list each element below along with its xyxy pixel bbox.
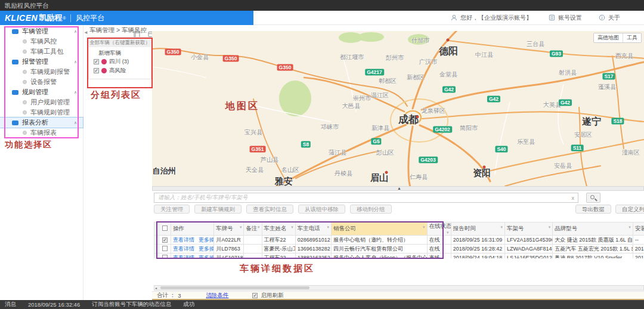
group-root-node[interactable]: 新增车辆 (89, 49, 151, 57)
sidebar-item-车辆风控[interactable]: 车辆风控 (0, 36, 83, 47)
chevron-up-icon[interactable]: ∧ (74, 60, 77, 64)
column-header-车牌号[interactable]: 车牌号▾ (214, 223, 244, 236)
column-label: 车架号 (507, 225, 524, 231)
sidebar-item-规则管理[interactable]: 规则管理∧ (0, 87, 83, 97)
sidebar-item-设备报警[interactable]: 设备报警 (0, 77, 83, 87)
column-header-安装[interactable]: 安装 (633, 223, 644, 236)
column-header-备注[interactable]: 备注▾ (244, 223, 262, 236)
button-查看实时信息[interactable]: 查看实时信息 (246, 205, 293, 214)
map-county-label: 金堂县 (439, 70, 457, 79)
table-toolbar-right: 导出数据自定义列 (575, 205, 644, 214)
column-header-车架号[interactable]: 车架号▾ (504, 223, 552, 236)
auto-refresh-checkbox[interactable]: ✓ (252, 293, 258, 298)
filter-icon[interactable]: ▾ (291, 225, 293, 230)
group-item-高风险[interactable]: ✓高风险 (89, 66, 151, 75)
sidebar-item-车辆规则管理[interactable]: 车辆规则管理 (0, 107, 83, 118)
sidebar-item-车辆管理[interactable]: 车辆管理∧ (0, 26, 83, 36)
map-county-label: 新津县 (371, 124, 389, 132)
button-导出数据[interactable]: 导出数据 (575, 205, 611, 214)
group-checkbox[interactable]: ✓ (94, 59, 99, 64)
row-actions: 查看详情更多操作 (171, 245, 214, 254)
chevron-up-icon[interactable]: ∧ (74, 29, 77, 34)
column-header-报告时间[interactable]: 报告时间▾ (451, 223, 504, 236)
sidebar-collapse-icon[interactable]: ◄ (83, 30, 88, 35)
filter-icon[interactable]: ▾ (549, 225, 551, 230)
table-row: 查看详情更多操作川AF10718工程车2213882163252服务中心个人客户… (154, 254, 644, 259)
button-新建车辆规则[interactable]: 新建车辆规则 (194, 205, 242, 214)
button-关注管理[interactable]: 关注管理 (154, 205, 190, 214)
action-link-查看详情[interactable]: 查看详情 (173, 255, 194, 259)
sidebar-item-报警管理[interactable]: 报警管理∧ (0, 57, 83, 67)
sidebar-item-label: 用户规则管理 (30, 98, 70, 107)
scrollbar-thumb[interactable] (160, 286, 309, 289)
action-link-更多操作[interactable]: 更多操作 (199, 255, 214, 259)
action-link-查看详情[interactable]: 查看详情 (173, 246, 194, 252)
table-cell: LSJA16E35DG012583 (504, 254, 552, 259)
filter-icon[interactable]: ▾ (327, 225, 329, 230)
filter-icon[interactable]: ▾ (500, 225, 503, 230)
map-controls: 高德地图工具 (593, 33, 642, 43)
column-header-品牌型号[interactable]: 品牌型号▾ (553, 223, 633, 236)
column-header-操作[interactable]: 操作 (171, 223, 214, 236)
row-checkbox[interactable] (162, 255, 168, 259)
action-link-查看详情[interactable]: 查看详情 (173, 237, 194, 243)
row-checkbox[interactable]: ✓ (162, 237, 168, 243)
scroll-left-icon[interactable]: ◂ (155, 286, 157, 291)
map-county-label: 名山区 (281, 166, 299, 174)
row-checkbox[interactable] (162, 246, 168, 251)
filter-icon[interactable]: ▾ (423, 225, 425, 230)
action-link-更多操作[interactable]: 更多操作 (199, 246, 214, 252)
sidebar-item-报表分析[interactable]: 报表分析∧ (0, 118, 83, 128)
row-gutter (154, 223, 159, 236)
search-button[interactable] (586, 193, 600, 203)
group-panel-header[interactable]: 全部车辆（右键重新获取） (89, 38, 151, 47)
sidebar-item-车辆报表[interactable]: 车辆报表 (0, 128, 83, 138)
filter-icon[interactable]: ▾ (447, 230, 449, 235)
sidebar-item-label: 车辆规则管理 (30, 108, 70, 117)
map-city-label: 成都 (398, 113, 419, 126)
map-county-label: 射洪县 (559, 69, 577, 77)
table-horizontal-scrollbar[interactable]: ◂ (154, 285, 644, 291)
vehicle-report-icon (23, 131, 27, 135)
sidebar-item-车辆工具包[interactable]: 车辆工具包 (0, 47, 83, 57)
action-link-更多操作[interactable]: 更多操作 (199, 237, 214, 243)
search-clear-icon[interactable]: x (568, 195, 578, 201)
sidebar-item-label: 车辆管理 (22, 27, 48, 36)
map-control-高德地图[interactable]: 高德地图 (594, 33, 623, 42)
group-checkbox[interactable]: ✓ (94, 68, 99, 73)
account-greeting[interactable]: 您好，【企业版演示账号】 (451, 14, 532, 22)
chevron-up-icon[interactable]: ∧ (74, 120, 77, 125)
annotation-map-area: 地图区 (225, 100, 259, 113)
vehicle-search-input[interactable]: 请输入：姓名/手机号/车牌号/车架号 x (154, 193, 578, 203)
select-all-checkbox[interactable] (162, 225, 168, 231)
column-header-在线状态[interactable]: 在线状态▾ (427, 223, 451, 236)
button-自定义列[interactable]: 自定义列 (615, 205, 644, 214)
map-county-label: 小金县 (191, 53, 209, 61)
filter-icon[interactable]: ▾ (240, 225, 242, 230)
table-cell: 川LD7863 (214, 245, 244, 254)
total-count: 3 (178, 292, 181, 299)
table-cell: -- (633, 236, 644, 245)
group-item-四川 (3)[interactable]: ✓四川 (3) (89, 57, 151, 66)
map-county-label: 蒲江县 (329, 149, 346, 157)
sidebar-item-车辆规则报警[interactable]: 车辆规则报警 (0, 67, 83, 77)
clear-filters-link[interactable]: 清除条件 (206, 292, 228, 299)
table-row: ✓查看详情更多操作川A022LR工程车2202868951012服务中心电销（邀… (154, 236, 644, 245)
sidebar-item-label: 车辆规则报警 (30, 67, 70, 76)
button-移动到分组[interactable]: 移动到分组 (350, 205, 392, 214)
column-header-销售公司[interactable]: 销售公司▾ (331, 223, 427, 236)
account-settings-button[interactable]: 账号设置 (549, 14, 582, 22)
column-header-车主电话[interactable]: 车主电话▾ (295, 223, 331, 236)
map-control-工具[interactable]: 工具 (623, 33, 641, 42)
filter-icon[interactable]: ▾ (628, 225, 631, 230)
map-county-label: 邛崃市 (321, 123, 339, 131)
button-从该组中移除[interactable]: 从该组中移除 (298, 205, 345, 214)
filter-icon[interactable]: ▾ (258, 225, 260, 230)
table-cell (244, 236, 262, 245)
about-button[interactable]: 关于 (599, 14, 620, 22)
column-header-车主姓名[interactable]: 车主姓名▾ (262, 223, 295, 236)
map-horizontal-scrollbar[interactable]: ▲ (152, 186, 644, 191)
map-county-label: 彭山区 (376, 149, 394, 157)
chevron-up-icon[interactable]: ∧ (74, 90, 77, 95)
sidebar-item-用户规则管理[interactable]: 用户规则管理 (0, 97, 83, 107)
